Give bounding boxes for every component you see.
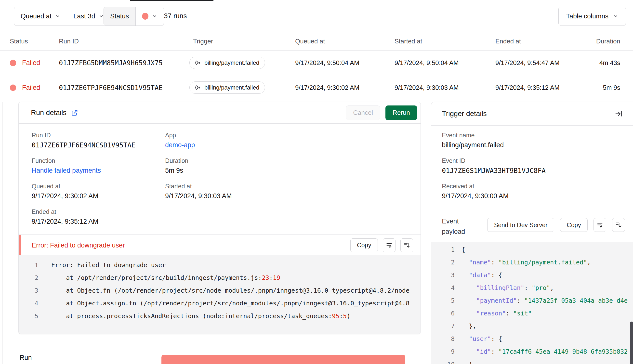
runs-dashboard: Queued at Last 3d Status 37 runs Table c… (0, 0, 633, 364)
event-name-label: Event name (442, 132, 504, 139)
line-number: 1 (19, 259, 38, 272)
ended-at-field: Ended at 9/17/2024, 9:35:12 AM (32, 208, 98, 226)
run-id-value: 01J7ZE6TPJF6E94NCSD1V95TAE (32, 141, 136, 149)
event-id-value: 01J7ZE6S1MJWA33HT9B1VJC8FA (442, 167, 546, 174)
wrap-text-icon[interactable] (383, 238, 396, 252)
trigger-pill[interactable]: billing/payment.failed (190, 82, 265, 94)
column-status[interactable]: Status (10, 37, 28, 45)
scroll-to-bottom-icon[interactable] (612, 218, 625, 232)
copy-error-button[interactable]: Copy (350, 238, 378, 252)
code-text: "name": "billing/payment.failed", (462, 256, 591, 269)
code-line: 6 "reason": "sit" (431, 307, 633, 320)
stack-trace-block[interactable]: 1 Error: Failed to downgrade user 2 at /… (19, 255, 420, 334)
trigger-cell: billing/payment.failed (190, 57, 265, 69)
scrollbar-thumb[interactable] (630, 322, 633, 364)
table-row[interactable]: Failed 01J7ZE6TPJF6E94NCSD1V95TAE billin… (0, 75, 633, 100)
event-name-value: billing/payment.failed (442, 141, 504, 149)
trigger-pill[interactable]: billing/payment.failed (190, 57, 265, 69)
table-header: Status Run ID Trigger Queued at Started … (0, 32, 633, 50)
duration-label: Duration (165, 157, 188, 164)
event-payload-code[interactable]: 1 { 2 "name": "billing/payment.failed", … (431, 242, 633, 364)
time-range-label: Last 3d (73, 12, 95, 20)
code-text: "reason": "sit" (462, 307, 532, 320)
timeline-run-bar[interactable] (162, 355, 405, 364)
started-at-label: Started at (165, 183, 232, 190)
code-text: Error: Failed to downgrade user (51, 259, 166, 272)
trigger-details-panel: Trigger details Event name billing/payme… (431, 102, 633, 364)
status-filter-value[interactable] (136, 7, 164, 26)
received-at-label: Received at (442, 183, 508, 190)
external-link-icon[interactable] (71, 109, 78, 116)
rerun-button[interactable]: Rerun (386, 106, 417, 120)
send-to-dev-server-button[interactable]: Send to Dev Server (487, 218, 554, 232)
table-columns-button[interactable]: Table columns (558, 6, 626, 26)
duration-value: 5m 9s (165, 167, 188, 174)
function-field: Function Handle failed payments (32, 157, 101, 174)
function-link[interactable]: Handle failed payments (32, 167, 101, 174)
received-at-value: 9/17/2024, 9:30:00 AM (442, 192, 508, 200)
trigger-details-header: Trigger details (431, 102, 633, 126)
duration-cell: 5m 9s (603, 84, 620, 92)
duration-field: Duration 5m 9s (165, 157, 188, 174)
run-id-cell: 01J7ZFBG5DMM85MJA9H659JX75 (59, 59, 163, 67)
line-number: 6 (431, 307, 455, 320)
code-line: 2 "name": "billing/payment.failed", (431, 256, 633, 269)
code-text: at /opt/render/project/src/build/inngest… (51, 272, 280, 284)
column-trigger[interactable]: Trigger (193, 37, 213, 45)
line-number: 2 (431, 256, 455, 269)
runs-count: 37 runs (164, 0, 187, 32)
started-at-value: 9/17/2024, 9:30:03 AM (165, 192, 232, 200)
code-text: "data": { (462, 269, 502, 282)
code-line: 4 at Object.assign.fn (/opt/render/proje… (19, 297, 420, 310)
collapse-panel-icon[interactable] (615, 110, 623, 118)
code-text: { (462, 243, 465, 256)
duration-cell: 4m 43s (600, 59, 620, 67)
queued-at-label: Queued at (32, 183, 98, 190)
filters-toolbar: Queued at Last 3d Status 37 runs Table c… (0, 0, 633, 32)
code-line: 1 Error: Failed to downgrade user (19, 259, 420, 272)
started-at-cell: 9/17/2024, 9:30:03 AM (394, 84, 459, 92)
started-at-cell: 9/17/2024, 9:50:04 AM (394, 59, 459, 67)
trigger-cell: billing/payment.failed (190, 82, 265, 94)
event-payload-section: Event payload Send to Dev Server Copy (431, 210, 633, 242)
queued-at-cell: 9/17/2024, 9:50:04 AM (295, 59, 360, 67)
chevron-down-icon (55, 14, 60, 19)
table-columns-label: Table columns (566, 12, 608, 20)
status-filter-group: Status (104, 6, 164, 26)
app-link[interactable]: demo-app (165, 141, 195, 149)
ended-at-value: 9/17/2024, 9:35:12 AM (32, 218, 98, 226)
queued-at-filter[interactable]: Queued at (14, 7, 67, 26)
code-line: 7 }, (431, 320, 633, 332)
line-number: 7 (431, 320, 455, 332)
copy-payload-button[interactable]: Copy (560, 218, 588, 232)
code-text: } (462, 358, 472, 364)
code-line: 3 "data": { (431, 269, 633, 282)
event-id-field: Event ID 01J7ZE6S1MJWA33HT9B1VJC8FA (442, 157, 546, 174)
status-text: Failed (22, 59, 40, 67)
column-queued-at[interactable]: Queued at (295, 37, 325, 45)
column-ended-at[interactable]: Ended at (495, 37, 521, 45)
time-filter-group: Queued at Last 3d (14, 6, 111, 26)
code-line: 4 "billingPlan": "pro", (431, 282, 633, 294)
column-started-at[interactable]: Started at (394, 37, 422, 45)
line-number: 9 (431, 345, 455, 358)
code-line: 10 } (431, 358, 633, 364)
queued-at-cell: 9/17/2024, 9:30:02 AM (295, 84, 360, 92)
queued-at-filter-label: Queued at (20, 12, 52, 20)
run-id-cell: 01J7ZE6TPJF6E94NCSD1V95TAE (59, 84, 163, 92)
received-at-field: Received at 9/17/2024, 9:30:00 AM (442, 183, 508, 200)
run-details-header: Run details Cancel Rerun (19, 102, 420, 124)
status-dot-icon (10, 84, 16, 91)
column-duration[interactable]: Duration (596, 37, 620, 45)
cancel-button[interactable]: Cancel (346, 106, 380, 120)
code-line: 9 "id": "17ca4ff6-45ea-4149-9b48-6fa935b… (431, 345, 633, 358)
code-scroll-gutter (620, 242, 620, 364)
table-row[interactable]: Failed 01J7ZFBG5DMM85MJA9H659JX75 billin… (0, 50, 633, 75)
line-number: 8 (431, 332, 455, 345)
queued-at-field: Queued at 9/17/2024, 9:30:02 AM (32, 183, 98, 200)
scroll-to-bottom-icon[interactable] (400, 238, 413, 252)
column-run-id[interactable]: Run ID (59, 37, 79, 45)
line-number: 3 (19, 284, 38, 297)
wrap-text-icon[interactable] (594, 218, 606, 232)
started-at-field: Started at 9/17/2024, 9:30:03 AM (165, 183, 232, 200)
